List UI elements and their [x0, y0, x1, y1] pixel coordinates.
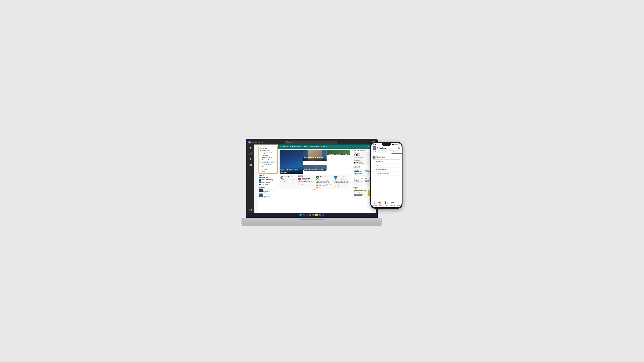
insights-cta-button[interactable]: Start meditating: [354, 194, 362, 196]
phone-sub-whats-happening[interactable]: › What's happening ›: [373, 168, 400, 172]
site-the-landing[interactable]: H The Landing: [259, 183, 277, 186]
holiday-cta[interactable]: See all: [354, 174, 363, 175]
org-info-label: Organizational Info: [262, 152, 274, 154]
health-dot: [365, 170, 366, 171]
tab-resources-label: Resources: [393, 151, 400, 153]
phone-sub-covid[interactable]: › COVID-19 resources ›: [373, 172, 400, 176]
tab-feed[interactable]: Feed: [381, 150, 392, 154]
dash-card-tasks[interactable]: Assigned Tasks No tasks You don't have a…: [353, 178, 364, 186]
news-grid: Driving new product innovation, achieved…: [280, 150, 350, 174]
nav-who-we-are[interactable]: Who we are ▼: [280, 146, 288, 147]
taskbar-sp-icon[interactable]: S: [322, 214, 324, 216]
sidebar-events[interactable]: ▶ Events: [259, 168, 277, 170]
sidebar-relecloud-works[interactable]: Relecloud Works: [259, 156, 277, 159]
dot-3[interactable]: [314, 189, 315, 190]
teams-left-rail: [247, 144, 254, 213]
taskbar-folder-icon[interactable]: 📁: [316, 214, 318, 216]
weather-time: 2:49: [354, 154, 358, 157]
author-4: Megan Bowen: [338, 176, 346, 177]
sidebar-company-store[interactable]: Company Store: [259, 159, 277, 161]
chat-badge: 2: [384, 201, 386, 203]
sidebar-policy[interactable]: Policy: [259, 170, 277, 173]
dot-5[interactable]: [316, 189, 317, 190]
activity-card-2[interactable]: Boosted MB Megan Bowen Wed at 5:46 PM: [298, 175, 315, 189]
activity-card-4[interactable]: MB Megan Bowen Wed at 3:11 PM Hybrid wor…: [333, 175, 350, 189]
dot-6[interactable]: [318, 189, 318, 190]
svg-rect-5: [251, 210, 252, 211]
news-card-sustainable[interactable]: Building a more sustainable world togeth…: [327, 150, 350, 164]
dot-2[interactable]: [313, 189, 314, 190]
phone-nav-the-landing[interactable]: H The Landing ˅: [373, 155, 400, 160]
sidebar-health-fitness[interactable]: Health and Fitness: [259, 161, 277, 163]
activity-card-1[interactable]: MB Megan Bowen Wed at 4:21 PM ...ine Rel…: [280, 175, 297, 189]
tab-resources[interactable]: Resources: [392, 150, 402, 154]
rail-teams[interactable]: [248, 156, 253, 162]
taskbar-teams-icon[interactable]: T: [309, 214, 311, 216]
rail-chat[interactable]: [248, 151, 253, 156]
tasks-detail: You don't have any assigned tasks: [354, 181, 363, 184]
dot-4[interactable]: [315, 189, 316, 190]
bookmark-icon[interactable]: 🔖: [398, 147, 400, 149]
rail-calls[interactable]: [248, 168, 253, 173]
sidebar-learning-portal[interactable]: Learning Portal: [259, 163, 277, 166]
phone-nav-relecloud[interactable]: ⚙ Relecloud: [371, 201, 377, 206]
chevron-icon: ▶: [261, 168, 262, 170]
activity-card-3[interactable]: MB Megan Bowen Wed at 3:11 PM To the the…: [315, 175, 332, 189]
chevron-icon: ▼: [260, 150, 261, 151]
teams-search-bar[interactable]: 🔍 Search: [284, 141, 337, 144]
windows-start-button[interactable]: ⊞: [300, 214, 302, 216]
sidebar-org-info[interactable]: ▶ Organizational Info: [259, 152, 277, 154]
phone-nav-chat[interactable]: 2 💬 Chat: [383, 201, 390, 206]
phone-sub-who-we-are[interactable]: › Who we are ›: [373, 160, 400, 164]
time-3: Wed at 3:11 PM: [320, 177, 328, 178]
phone-nav-calendar[interactable]: 📅 Calendar: [390, 201, 396, 206]
my-sites-title: My Sites: [259, 174, 277, 176]
nav-find-it[interactable]: Find it ▼: [304, 146, 308, 147]
phone-sub-find-it[interactable]: › Find it ›: [373, 164, 400, 168]
search-input[interactable]: 🔍 Search: [284, 141, 337, 144]
news-item-2[interactable]: Relecloud News President's Keynote Speec…: [259, 194, 277, 198]
rail-apps[interactable]: [248, 208, 253, 213]
nav-dashboard[interactable]: Dashboard: [320, 146, 327, 147]
news-item-1[interactable]: Relecloud News Our Three Steps to Improv…: [259, 189, 277, 193]
tasks-label: Assigned Tasks: [354, 178, 363, 179]
taskbar-edge-icon[interactable]: e: [312, 214, 314, 216]
news-card-team[interactable]: Meet the team behind the design: How par…: [304, 150, 327, 164]
avatar-2: MB: [298, 178, 301, 180]
company-store-label: Company Store: [262, 159, 271, 161]
phone-nav-more[interactable]: ··· More: [396, 201, 402, 206]
dash-card-holidays[interactable]: Holidays November 25 Thanksgiving Day Se…: [353, 169, 364, 177]
sidebar-benefits[interactable]: ▼ Benefits: [259, 154, 277, 156]
nav-my-sharepoint[interactable]: My SharePoint: [310, 146, 319, 147]
dot-1[interactable]: [312, 189, 312, 190]
holiday-detail: Thanksgiving Day: [354, 173, 363, 174]
share-icon[interactable]: ↗: [367, 146, 369, 148]
taskbar-apps-icon[interactable]: ⊟: [306, 214, 308, 216]
nav-whats-happening[interactable]: What's happening ▼: [290, 146, 302, 147]
site-relecloud-news[interactable]: R Relecloud News: [259, 181, 277, 183]
sidebar-give[interactable]: Give: [259, 166, 277, 168]
who-we-are-sub-icon: ›: [374, 160, 375, 163]
tab-dashboard[interactable]: Dashboard: [371, 150, 381, 154]
sales-marketing-label: Sales and Marketing: [262, 179, 273, 180]
news-card-wellbeing[interactable]: Wellbeing: carve out breaks in Outlook: [304, 165, 327, 174]
site-sales-marketing[interactable]: S Sales and Marketing: [259, 179, 277, 181]
phone-status-icons: ▌▌▌ WiFi 🔋: [392, 144, 400, 145]
sustainable-card-headline: Building a more sustainable world togeth…: [328, 154, 350, 155]
phone-time: 9:41: [373, 144, 376, 145]
rail-activity[interactable]: [248, 145, 253, 151]
taskbar-browser-icon[interactable]: b: [319, 214, 321, 216]
phone-nav-activity[interactable]: 1 🔔 Activity: [377, 201, 384, 206]
close-button[interactable]: ✕: [255, 146, 257, 148]
phone-bottom-nav: ⚙ Relecloud 1 🔔 Activity 2: [371, 201, 402, 207]
news-card-main[interactable]: Driving new product innovation, achieved…: [280, 150, 303, 174]
health-fitness-label: Health and Fitness: [262, 161, 273, 163]
site-global-sales[interactable]: G Global Sales: [259, 176, 277, 179]
chevron-icon: ›: [400, 169, 400, 170]
more-bottom-icon: ···: [397, 201, 400, 205]
weather-condition: Rain: [360, 162, 366, 163]
rail-calendar[interactable]: [248, 162, 253, 167]
taskbar-search-icon[interactable]: 🔍: [303, 214, 305, 216]
star-icon[interactable]: ☆: [364, 146, 366, 148]
sidebar-quick-access[interactable]: ▼ Quick Access: [259, 149, 277, 152]
